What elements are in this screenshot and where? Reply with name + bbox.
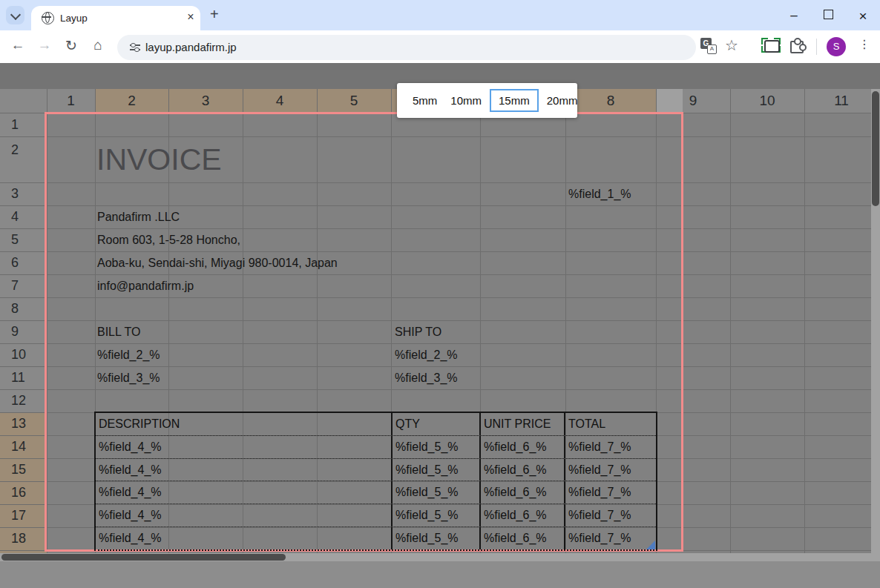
browser-menu-icon[interactable]: ⋮ [858,37,870,51]
table-cell[interactable]: %field_5_% [391,527,479,549]
tab-search-button[interactable] [6,6,24,24]
table-cell[interactable]: %field_6_% [479,504,564,526]
cell-invoice-title[interactable]: INVOICE [96,136,222,182]
table-row: %field_4_% %field_5_% %field_6_% %field_… [96,480,656,503]
table-header-unit-price[interactable]: UNIT PRICE [479,413,564,435]
translate-icon[interactable]: G A [700,38,717,54]
cell-address-line1[interactable]: Room 603, 1-5-28 Honcho, [97,228,240,251]
tab-close-icon[interactable]: × [183,10,198,24]
table-cell[interactable]: %field_4_% [96,459,391,481]
screen: { "browser": { "tab_title": "Layup", "ur… [0,0,880,588]
table-row: %field_4_% %field_5_% %field_6_% %field_… [96,435,656,458]
table-cell[interactable]: %field_4_% [96,481,391,503]
table-cell[interactable]: %field_5_% [391,459,479,481]
home-button[interactable]: ⌂ [88,37,108,53]
table-cell[interactable]: %field_6_% [479,481,564,503]
tab-title: Layup [60,12,88,25]
margin-option-15mm-selected[interactable]: 15mm [490,89,539,112]
table-cell[interactable]: %field_7_% [564,527,656,549]
table-row: %field_4_% %field_5_% %field_6_% %field_… [96,458,656,481]
cell-address-line2[interactable]: Aoba-ku, Sendai-shi, Miyagi 980-0014, Ja… [97,251,338,274]
window-maximize-button[interactable] [824,10,833,19]
extensions-icon[interactable] [789,39,804,52]
margin-option-20mm[interactable]: 20mm [540,90,585,111]
table-cell[interactable]: %field_7_% [564,481,656,503]
url-omnibox[interactable]: layup.pandafirm.jp [117,35,696,60]
table-header-description[interactable]: DESCRIPTION [96,413,391,435]
forward-button: → [35,37,54,53]
cell-bill-field-3[interactable]: %field_3_% [97,366,160,389]
cell-ship-field-2[interactable]: %field_2_% [395,343,458,366]
cell-company-name[interactable]: Pandafirm .LLC [97,205,180,228]
selection-fill-handle[interactable] [646,541,655,549]
site-settings-icon[interactable] [130,44,140,51]
table-row: %field_4_% %field_5_% %field_6_% %field_… [96,526,656,549]
window-close-button[interactable]: × [852,8,874,24]
cell-bill-field-2[interactable]: %field_2_% [97,343,160,366]
table-cell[interactable]: %field_5_% [391,481,479,503]
table-cell[interactable]: %field_4_% [96,504,391,526]
bookmark-star-icon[interactable]: ☆ [725,36,738,54]
margin-option-5mm[interactable]: 5mm [406,90,444,111]
divider [816,39,817,55]
invoice-items-table[interactable]: DESCRIPTION QTY UNIT PRICE TOTAL %field_… [94,412,657,551]
table-cell[interactable]: %field_5_% [391,436,479,458]
table-header-qty[interactable]: QTY [391,413,479,435]
horizontal-scrollbar-thumb[interactable] [1,554,286,561]
sheet-tab-bar: + CoverPage Main Sub [0,561,880,588]
table-row: %field_4_% %field_5_% %field_6_% %field_… [96,503,656,526]
chevron-down-icon [10,10,21,20]
table-cell[interactable]: %field_7_% [564,436,656,458]
margin-option-10mm[interactable]: 10mm [444,90,488,111]
table-header-row: DESCRIPTION QTY UNIT PRICE TOTAL [96,413,656,435]
table-cell[interactable]: %field_6_% [479,527,564,549]
margin-options-popup: 5mm 10mm 15mm 20mm [397,83,577,118]
reload-button[interactable]: ↻ [62,37,81,54]
browser-tab-strip: Layup × + – × [0,0,880,30]
vertical-scrollbar-thumb[interactable] [872,91,879,206]
translate-a: A [707,44,717,54]
globe-icon [42,12,54,24]
cell-field-1[interactable]: %field_1_% [568,182,631,205]
table-header-total[interactable]: TOTAL [564,413,656,435]
back-button[interactable]: ← [8,37,27,53]
table-cell[interactable]: %field_7_% [564,504,656,526]
cell-bill-to[interactable]: BILL TO [97,320,140,343]
table-cell[interactable]: %field_6_% [479,436,564,458]
browser-tab[interactable]: Layup × [31,6,200,30]
table-cell[interactable]: %field_7_% [564,459,656,481]
table-cell[interactable]: %field_4_% [96,436,391,458]
cell-ship-to[interactable]: SHIP TO [395,320,441,343]
window-minimize-button[interactable]: – [783,8,805,23]
cell-email[interactable]: info@pandafirm.jp [97,274,194,297]
cell-ship-field-3[interactable]: %field_3_% [395,366,458,389]
new-tab-button[interactable]: + [210,6,219,23]
url-text[interactable]: layup.pandafirm.jp [145,41,237,53]
table-cell[interactable]: %field_6_% [479,459,564,481]
table-cell[interactable]: %field_5_% [391,504,479,526]
tab-capture-icon[interactable] [761,38,781,53]
table-cell[interactable]: %field_4_% [96,527,391,549]
profile-avatar[interactable]: S [827,37,846,56]
browser-address-bar: ← → ↻ ⌂ layup.pandafirm.jp G A ☆ S ⋮ [0,30,880,63]
